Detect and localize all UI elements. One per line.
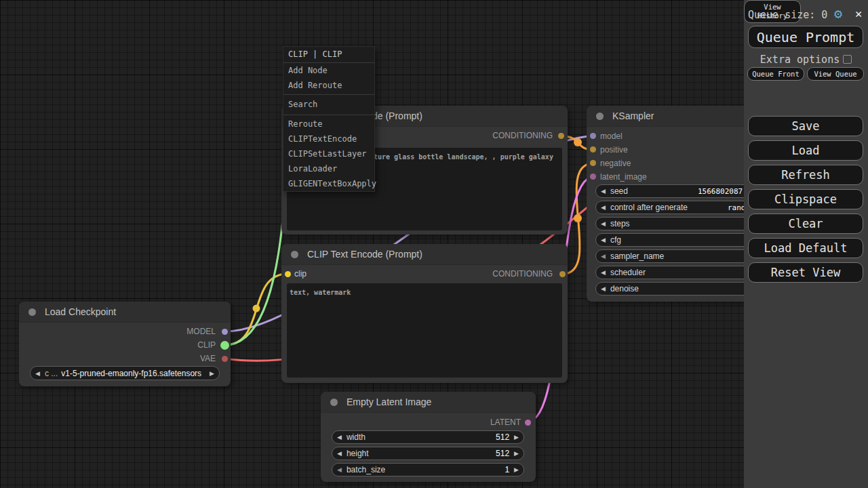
menu-item-search[interactable]: Search [283, 96, 374, 113]
output-port-model[interactable] [222, 329, 228, 335]
output-label-clip: CLIP [197, 340, 216, 350]
menu-separator [283, 94, 374, 95]
prompt-textarea[interactable]: text, watermark [287, 283, 562, 378]
input-label-model: model [600, 131, 623, 141]
arrow-left-icon[interactable]: ◀ [596, 233, 610, 247]
collapse-dot[interactable] [330, 399, 338, 406]
queue-prompt-button[interactable]: Queue Prompt [748, 26, 863, 48]
output-port-conditioning[interactable] [559, 271, 566, 277]
output-label-model: MODEL [186, 327, 216, 336]
input-port-negative[interactable] [590, 160, 596, 166]
output-port-vae[interactable] [222, 356, 228, 362]
load-button[interactable]: Load [748, 140, 863, 161]
close-icon[interactable]: ✕ [855, 7, 862, 20]
arrow-right-icon[interactable]: ▶ [509, 447, 524, 460]
arrow-left-icon[interactable]: ◀ [596, 217, 610, 230]
context-menu: CLIP | CLIP Add Node Add Reroute Search … [283, 46, 375, 192]
input-port-latent-image[interactable] [590, 174, 596, 180]
context-menu-title: CLIP | CLIP [283, 47, 374, 63]
input-label-clip: clip [294, 269, 307, 279]
output-label-conditioning: CONDITIONING [492, 269, 553, 279]
widget-seed-value: 1566802087 [698, 187, 743, 196]
node-clip-text-encode-negative[interactable]: CLIP Text Encode (Prompt) clip CONDITION… [281, 244, 568, 383]
node-title: Empty Latent Image [347, 396, 431, 407]
arrow-left-icon[interactable]: ◀ [596, 266, 610, 279]
node-title-bar[interactable]: CLIP Text Encode (Prompt) [281, 244, 568, 265]
node-title-bar[interactable]: Empty Latent Image [321, 392, 536, 413]
prompt-text: ture glass bottle landscape, , purple ga… [374, 153, 553, 161]
node-title: KSampler [612, 110, 654, 121]
arrow-right-icon[interactable]: ▶ [509, 430, 524, 444]
input-label-positive: positive [600, 145, 628, 155]
menu-item-reroute[interactable]: Reroute [283, 117, 374, 131]
widget-width[interactable]: ◀ width 512 ▶ [332, 430, 524, 444]
extra-options-label: Extra options [760, 54, 840, 66]
input-label-latent-image: latent_image [600, 172, 647, 182]
output-label-latent: LATENT [490, 418, 521, 427]
arrow-right-icon[interactable]: ▶ [205, 367, 219, 380]
prompt-text: text, watermark [290, 289, 351, 296]
widget-ckpt-name[interactable]: ◀ c ... v1-5-pruned-emaonly-fp16.safeten… [30, 366, 220, 380]
collapse-dot[interactable] [291, 251, 298, 258]
collapse-dot[interactable] [596, 113, 604, 120]
node-canvas[interactable]: CLIP Text Encode (Prompt) CONDITIONING t… [0, 0, 868, 488]
arrow-left-icon[interactable]: ◀ [596, 201, 610, 214]
menu-item-clipsetlastlayer[interactable]: CLIPSetLastLayer [283, 146, 374, 161]
arrow-left-icon[interactable]: ◀ [332, 447, 347, 460]
menu-item-add-node[interactable]: Add Node [283, 63, 374, 78]
arrow-left-icon[interactable]: ◀ [31, 367, 45, 380]
load-default-button[interactable]: Load Default [748, 238, 863, 258]
clip-link [225, 274, 288, 345]
positive-link-dot [574, 138, 582, 146]
menu-item-cliptextencode[interactable]: CLIPTextEncode [283, 131, 374, 146]
widget-height[interactable]: ◀ height 512 ▶ [332, 447, 524, 460]
arrow-left-icon[interactable]: ◀ [332, 430, 347, 444]
width-value: 512 [496, 432, 509, 442]
queue-size-label: Queue size: 0 [748, 9, 827, 21]
clear-button[interactable]: Clear [748, 214, 863, 234]
save-button[interactable]: Save [748, 116, 863, 136]
input-port-positive[interactable] [590, 146, 596, 152]
input-port-model[interactable] [590, 133, 596, 139]
arrow-right-icon[interactable]: ▶ [509, 463, 524, 476]
reset-view-button[interactable]: Reset View [748, 262, 863, 283]
menu-item-add-reroute[interactable]: Add Reroute [283, 78, 374, 93]
clip-link-dot [253, 305, 260, 312]
output-port-conditioning[interactable] [558, 133, 564, 139]
clipspace-button[interactable]: Clipspace [748, 189, 863, 209]
negative-link-dot [574, 214, 582, 222]
node-empty-latent-image[interactable]: Empty Latent Image LATENT ◀ width 512 ▶ … [321, 392, 536, 482]
menu-item-gligentextboxapply[interactable]: GLIGENTextBoxApply [283, 176, 374, 191]
menu-separator [283, 115, 374, 115]
ckpt-name-value: v1-5-pruned-emaonly-fp16.safetensors [58, 369, 205, 378]
output-port-clip[interactable] [220, 341, 229, 350]
height-value: 512 [496, 449, 509, 458]
collapse-dot[interactable] [28, 308, 36, 316]
arrow-left-icon[interactable]: ◀ [596, 282, 610, 296]
node-title: CLIP Text Encode (Prompt) [307, 249, 422, 260]
node-title-bar[interactable]: Load Checkpoint [19, 302, 231, 323]
widget-batch-size[interactable]: ◀ batch_size 1 ▶ [332, 463, 524, 476]
input-label-negative: negative [600, 159, 631, 168]
arrow-left-icon[interactable]: ◀ [332, 463, 347, 476]
extra-options-row: Extra options [744, 54, 868, 64]
comfyui-app: CLIP Text Encode (Prompt) CONDITIONING t… [0, 0, 868, 488]
node-load-checkpoint[interactable]: Load Checkpoint MODEL CLIP VAE ◀ c ... v… [19, 302, 231, 386]
settings-gear-icon[interactable]: ⚙ [834, 5, 842, 22]
input-port-clip[interactable] [285, 271, 291, 277]
comfy-menu: Queue size: 0 ⚙ ✕ Queue Prompt Extra opt… [744, 0, 868, 488]
view-queue-button[interactable]: View Queue [807, 67, 864, 81]
output-label-vae: VAE [200, 354, 216, 363]
batch-size-value: 1 [505, 465, 509, 474]
node-title: Load Checkpoint [45, 306, 116, 317]
arrow-left-icon[interactable]: ◀ [596, 249, 610, 263]
extra-options-checkbox[interactable] [843, 55, 852, 64]
output-label-conditioning: CONDITIONING [492, 131, 553, 140]
refresh-button[interactable]: Refresh [748, 165, 863, 185]
queue-front-button[interactable]: Queue Front [747, 67, 804, 81]
connecting-link [225, 184, 285, 345]
arrow-left-icon[interactable]: ◀ [596, 184, 610, 198]
output-port-latent[interactable] [525, 420, 531, 426]
menu-item-loraloader[interactable]: LoraLoader [283, 161, 374, 176]
